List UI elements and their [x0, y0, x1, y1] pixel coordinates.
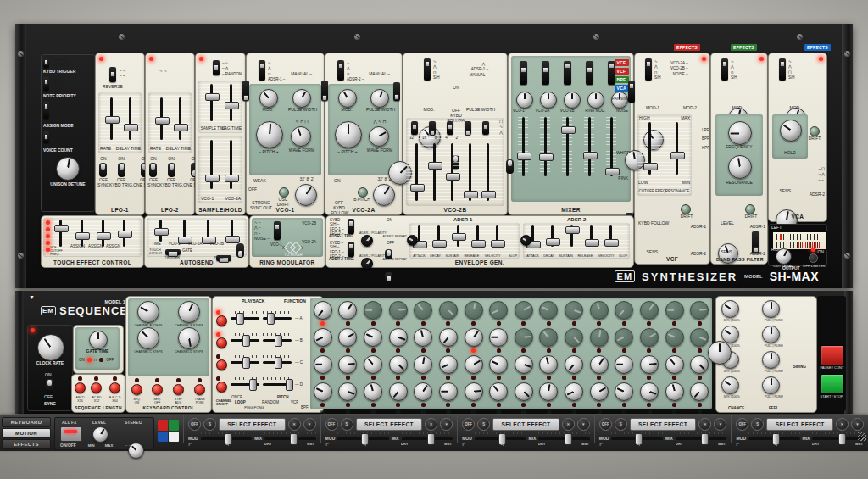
vcf-cutoff-slider[interactable] — [644, 122, 654, 175]
pad-green[interactable] — [169, 420, 179, 431]
adsr2-velocity-slider[interactable] — [606, 225, 615, 247]
mixer-ringmod-slider[interactable] — [584, 117, 594, 176]
step-knob-D-09[interactable] — [515, 382, 533, 401]
touch-assign3-slider[interactable] — [119, 220, 129, 247]
adsr2-slop-knob[interactable] — [520, 235, 531, 246]
fx-close-button[interactable]: ✕ — [698, 418, 711, 431]
step-knob-D-08[interactable] — [489, 382, 508, 401]
step-knob-D-12[interactable] — [590, 382, 609, 401]
lfo2-kybd-trig-toggle[interactable] — [168, 163, 175, 177]
step-knob-C-10[interactable] — [539, 355, 558, 374]
adsr1-release-slider[interactable] — [473, 225, 482, 247]
function-a-selector[interactable] — [263, 314, 292, 322]
playback-d-selector[interactable] — [231, 380, 259, 388]
touch-cutoff-slider[interactable] — [55, 220, 65, 247]
mixer-route-vco2b[interactable] — [564, 61, 571, 85]
ring-y-source-switch[interactable] — [236, 243, 244, 258]
lfo1-delay-slider[interactable] — [125, 97, 135, 140]
fx-select-dropdown[interactable]: SELECT EFFECT — [219, 418, 286, 431]
len-acbd-button[interactable] — [91, 382, 102, 393]
sample-time-slider[interactable] — [206, 84, 216, 121]
fx-close-button[interactable]: ✕ — [425, 418, 437, 431]
vco1-pulse-width-knob[interactable] — [292, 89, 311, 108]
step-knob-C-02[interactable] — [338, 355, 357, 374]
autobend-vco2b-slider[interactable] — [226, 220, 236, 242]
channel-d-button[interactable] — [216, 382, 227, 393]
step-knob-C-12[interactable] — [590, 355, 609, 374]
vco2a-range-knob[interactable] — [373, 184, 395, 206]
fx-select-dropdown[interactable]: SELECT EFFECT — [766, 418, 833, 431]
step-knob-B-05[interactable] — [414, 328, 432, 347]
chance-a-knob[interactable] — [721, 300, 739, 318]
vca-hold-knob[interactable] — [780, 120, 802, 142]
vco2a-pulse-width-knob[interactable] — [370, 89, 389, 108]
seq-off-button[interactable] — [152, 384, 163, 395]
adsr2-trig-switch[interactable] — [348, 242, 354, 257]
vco2a-pitch-knob[interactable] — [335, 121, 362, 148]
start-stop-button[interactable] — [821, 374, 844, 394]
step-knob-C-16[interactable] — [690, 355, 709, 374]
step-knob-D-01[interactable] — [314, 382, 332, 401]
lfo1-kybd-trig-toggle[interactable] — [118, 163, 125, 177]
ring-x-source-switch[interactable] — [274, 221, 281, 240]
step-knob-B-15[interactable] — [665, 328, 684, 347]
step-knob-D-13[interactable] — [615, 382, 633, 401]
step-knob-B-03[interactable] — [364, 328, 382, 347]
feel-d-knob[interactable] — [762, 376, 780, 394]
step-knob-A-04[interactable] — [389, 301, 408, 320]
vco2b-8-slider[interactable] — [447, 143, 457, 201]
step-knob-C-05[interactable] — [414, 355, 432, 374]
sh-vco1-slider[interactable] — [206, 140, 216, 189]
fx-close-button[interactable]: ✕ — [288, 418, 301, 431]
tab-keyboard[interactable]: KEYBOARD — [2, 417, 51, 427]
function-b-selector[interactable] — [263, 336, 292, 344]
vco2b-4-slider[interactable] — [465, 143, 475, 201]
mixer-pan-vco2b-knob[interactable] — [564, 92, 581, 109]
noise-color-switch[interactable] — [506, 159, 514, 174]
autobend-trigger-switch[interactable] — [165, 249, 181, 255]
vco1-pitch-knob[interactable] — [256, 121, 283, 148]
mixer-vco2b-slider[interactable] — [562, 117, 572, 176]
allfx-onoff-button[interactable] — [60, 426, 82, 442]
step-knob-C-08[interactable] — [489, 355, 508, 374]
lfo1-rate-slider[interactable] — [106, 97, 116, 140]
vco1-mod-source-switch[interactable] — [259, 60, 265, 81]
vco1-waveform-knob[interactable] — [291, 126, 311, 147]
fx-off-button[interactable]: OFF — [462, 418, 475, 431]
mixer-pan-vco2a-knob[interactable] — [540, 92, 557, 109]
len-abcd-button[interactable] — [75, 382, 86, 393]
vco2a-waveform-knob[interactable] — [369, 126, 389, 147]
playback-c-selector[interactable] — [231, 358, 259, 366]
vco2b-16-switch[interactable] — [429, 121, 436, 135]
playback-b-selector[interactable] — [231, 336, 259, 344]
fx-expand-button[interactable]: ▼ — [714, 418, 726, 431]
step-knob-D-15[interactable] — [665, 382, 684, 401]
vco2b-4-switch[interactable] — [465, 121, 471, 135]
step-knob-A-09[interactable] — [515, 301, 533, 320]
step-knob-B-01[interactable] — [314, 328, 332, 347]
mixer-route-ringmod[interactable] — [586, 61, 593, 85]
chance-d-knob[interactable] — [721, 376, 739, 394]
autobend-time-slider[interactable] — [155, 220, 165, 242]
resize-handle[interactable] — [858, 432, 866, 441]
tab-motion[interactable]: MOTION — [2, 428, 51, 438]
lfo2-sync-toggle[interactable] — [149, 163, 157, 177]
step-knob-B-06[interactable] — [439, 328, 458, 347]
step-knob-D-14[interactable] — [640, 382, 659, 401]
channel-c-steps-knob[interactable] — [137, 327, 159, 349]
step-knob-D-04[interactable] — [389, 382, 408, 401]
vcf-mod2-source-switch[interactable] — [628, 81, 635, 103]
vco2b-2-slider[interactable] — [482, 143, 492, 201]
adsr1-decay-slider[interactable] — [434, 225, 443, 247]
fx-select-dropdown[interactable]: SELECT EFFECT — [356, 418, 423, 431]
vco1-range-knob[interactable] — [295, 184, 317, 206]
step-knob-D-03[interactable] — [364, 382, 382, 401]
vco2a-pw-source-switch[interactable] — [321, 81, 328, 101]
touch-assign2-slider[interactable] — [97, 220, 108, 247]
step-knob-A-01[interactable] — [314, 301, 332, 320]
step-knob-B-09[interactable] — [515, 328, 533, 347]
step-knob-A-13[interactable] — [615, 301, 633, 320]
step-knob-A-08[interactable] — [489, 301, 508, 320]
adsr1-slop-knob[interactable] — [407, 235, 418, 246]
seq-on-button[interactable] — [131, 384, 142, 395]
